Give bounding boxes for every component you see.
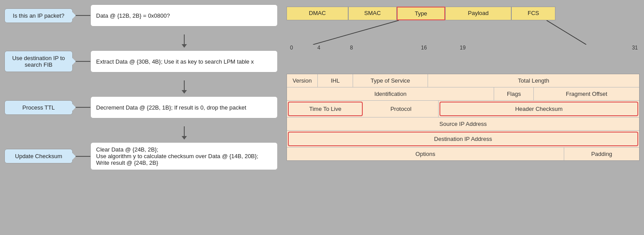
ip-frag-offset: Fragment Offset — [534, 87, 639, 100]
connector-area — [287, 20, 640, 45]
flow-box-3: Decrement Data @ {22B, 1B}; If result is… — [90, 96, 278, 118]
ip-flags: Flags — [494, 87, 534, 100]
flow-connector-3 — [90, 126, 278, 140]
ip-padding: Padding — [564, 148, 639, 160]
flow-section: Is this an IP packet? Data @ {12B, 2B} =… — [4, 4, 278, 231]
flow-box-4: Clear Data @ {24B, 2B}; Use algorithm y … — [90, 142, 278, 170]
main-container: Is this an IP packet? Data @ {12B, 2B} =… — [0, 0, 644, 235]
svg-line-0 — [313, 20, 399, 45]
bit-19: 19 — [460, 45, 465, 51]
eth-type: Type — [397, 7, 445, 20]
ip-header: Version IHL Type of Service Total Length… — [287, 74, 640, 161]
bit-31: 31 — [632, 45, 638, 51]
flow-connector-2 — [90, 80, 278, 94]
bit-0: 0 — [290, 45, 293, 51]
bit-16: 16 — [421, 45, 427, 51]
ip-tos: Type of Service — [353, 74, 428, 87]
ip-total-len: Total Length — [428, 74, 639, 87]
flow-label-1: Is this an IP packet? — [4, 8, 73, 23]
ethernet-frame: DMAC SMAC Type Payload FCS — [287, 7, 640, 20]
eth-payload: Payload — [445, 7, 511, 20]
eth-dmac: DMAC — [287, 7, 348, 20]
flow-row-1: Is this an IP packet? Data @ {12B, 2B} =… — [4, 4, 278, 27]
flow-connector-1 — [90, 34, 278, 48]
ip-ident: Identification — [287, 87, 494, 100]
ip-protocol: Protocol — [364, 101, 439, 117]
ip-header-wrapper: 0 4 8 16 19 31 Version IHL Type of Servi… — [287, 45, 640, 161]
packet-section: DMAC SMAC Type Payload FCS 0 4 8 16 19 — [287, 4, 640, 231]
eth-fcs: FCS — [511, 7, 555, 20]
flow-row-3: Process TTL Decrement Data @ {22B, 1B}; … — [4, 96, 278, 118]
ip-row-6: Options Padding — [287, 147, 639, 160]
ip-row-4: Source IP Address — [287, 117, 639, 130]
ip-row-3: Time To Live Protocol Header Checksum — [287, 100, 639, 117]
ip-row-5: Destination IP Address — [287, 130, 639, 147]
flow-box-2: Extract Data @ {30B, 4B}; Use it as key … — [90, 50, 278, 72]
ip-row-1: Version IHL Type of Service Total Length — [287, 74, 639, 87]
ip-options: Options — [287, 148, 564, 160]
ip-dst-addr: Destination IP Address — [288, 132, 638, 146]
ip-header-checksum: Header Checksum — [439, 102, 638, 116]
ip-ihl: IHL — [318, 74, 353, 87]
svg-line-1 — [547, 20, 586, 45]
ip-ttl: Time To Live — [288, 102, 363, 116]
eth-smac: SMAC — [348, 7, 397, 20]
bit-8: 8 — [350, 45, 353, 51]
ip-src-addr: Source IP Address — [287, 118, 639, 130]
ip-row-2: Identification Flags Fragment Offset — [287, 87, 639, 100]
flow-label-3: Process TTL — [4, 100, 73, 115]
bit-numbers: 0 4 8 16 19 31 — [290, 45, 640, 52]
flow-row-4: Update Checksum Clear Data @ {24B, 2B}; … — [4, 142, 278, 170]
connector-svg — [287, 20, 640, 45]
flow-box-1: Data @ {12B, 2B} = 0x0800? — [90, 4, 278, 27]
bit-4: 4 — [317, 45, 320, 51]
ip-version: Version — [287, 74, 318, 87]
flow-label-2: Use destination IP to search FIB — [4, 51, 73, 72]
flow-row-2: Use destination IP to search FIB Extract… — [4, 50, 278, 72]
flow-label-4: Update Checksum — [4, 149, 73, 163]
